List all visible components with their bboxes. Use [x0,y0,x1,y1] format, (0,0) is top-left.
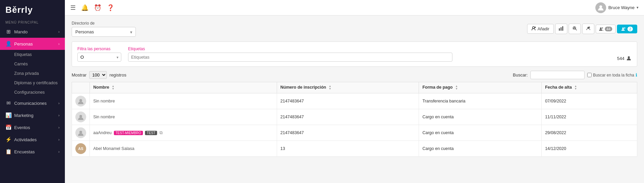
username: Bruce Wayne [608,5,635,10]
col-pago[interactable]: Forma de pago ▲▼ [419,82,542,93]
add-person-icon [531,26,536,32]
sidebar-item-marketing[interactable]: 📊 Marketing › [0,109,65,121]
add-button[interactable]: Añadir [527,24,554,34]
cell-inscripcion: 2147483647 [277,93,419,109]
sidebar-item-encuestas[interactable]: 📋 Encuestas › [0,146,65,158]
person-name-link[interactable]: Abel Monamel Salasa [93,146,134,151]
filter-tags-label: Etiquetas [128,47,452,51]
person-count-icon [626,55,631,62]
search-full-checkbox[interactable] [587,73,592,77]
cell-avatar [72,109,90,125]
clock-icon[interactable]: ⏰ [94,4,101,11]
search-input[interactable] [530,71,585,79]
info-icon: ℹ [636,72,637,78]
tag-test: TEST [145,131,157,135]
svg-rect-4 [562,26,563,31]
cell-nombre: aaAndreu TEST-MIEMBRO TEST ⧉ [90,125,277,141]
cell-alta: 11/11/2022 [542,109,637,125]
svg-point-13 [79,99,82,102]
cell-pago: Cargo en cuenta [419,141,542,157]
tags-input[interactable] [128,53,452,62]
avatar [595,2,606,13]
actividades-icon: ⚡ [5,136,11,143]
main-content: ☰ 🔔 ⏰ ❓ Bruce Wayne ▾ Directorio de Pers… [65,0,644,183]
filter-count: 544 [617,55,631,62]
show-label: Mostrar [72,72,86,78]
members-button[interactable]: 44 [596,25,616,33]
col-nombre[interactable]: Nombre ▲▼ [90,82,277,93]
sidebar-sub-etiquetas[interactable]: Etiquetas [0,50,65,59]
chevron-right-icon: › [58,126,59,129]
filter-group-personas: Filtra las personas O ▾ [77,47,121,62]
cell-alta: 29/08/2022 [542,125,637,141]
person-name-link[interactable]: aaAndreu [93,130,112,135]
marketing-icon: 📊 [5,112,11,118]
active-users-count: 2 [627,27,633,31]
svg-point-12 [628,56,630,58]
sidebar-sub-zona-privada[interactable]: Zona privada [0,69,65,78]
eventos-icon: 📅 [5,124,11,130]
help-icon[interactable]: ❓ [107,4,114,11]
import-button[interactable] [582,24,594,34]
sidebar-item-eventos[interactable]: 📅 Eventos › [0,121,65,133]
cell-inscripcion: 13 [277,141,419,157]
members-count: 44 [605,27,612,31]
search-people-button[interactable] [569,24,581,34]
cell-pago: Transferencia bancaria [419,93,542,109]
sidebar-item-mando[interactable]: ⊞ Mando › [0,26,65,38]
sort-pago-icon[interactable]: ▲▼ [455,85,458,90]
person-name-link[interactable]: Sin nombre [93,99,115,103]
sidebar: Běrrly MENÚ PRINCIPAL ⊞ Mando › 👤 Person… [0,0,65,183]
encuestas-icon: 📋 [5,149,11,155]
topbar: ☰ 🔔 ⏰ ❓ Bruce Wayne ▾ [65,0,644,16]
hamburger-icon[interactable]: ☰ [70,4,76,11]
table-row: AS Abel Monamel Salasa 13 Cargo en cuent… [72,141,637,157]
chart-button[interactable] [555,24,567,34]
col-alta[interactable]: Fecha de alta ▲▼ [542,82,637,93]
people-table: Nombre ▲▼ Número de inscripción ▲▼ Forma… [72,82,637,157]
filter-select-wrapper: O ▾ [77,53,121,62]
sidebar-item-label: Comunicaciones [14,101,47,106]
cell-pago: Cargo en cuenta [419,125,542,141]
sidebar-sub-diplomas[interactable]: Diplomas y certificados [0,78,65,88]
chevron-right-icon: › [58,101,59,105]
filter-row: Filtra las personas O ▾ Etiquetas 544 [77,47,631,62]
sort-alta-icon[interactable]: ▲▼ [574,85,577,90]
cell-nombre: Sin nombre [90,93,277,109]
svg-point-11 [622,27,624,29]
svg-rect-3 [561,27,562,31]
sidebar-item-label: Personas [14,41,33,47]
bell-icon[interactable]: 🔔 [81,4,89,11]
filter-select[interactable]: O [77,53,121,62]
sidebar-item-actividades[interactable]: ⚡ Actividades › [0,133,65,146]
sidebar-item-label: Encuestas [14,149,35,154]
cell-avatar [72,93,90,109]
cell-avatar: AS [72,141,90,157]
user-menu[interactable]: Bruce Wayne ▾ [595,2,639,13]
sidebar-section-label: MENÚ PRINCIPAL [0,19,65,26]
search-full-record-label[interactable]: Buscar en toda la ficha ℹ [587,72,637,78]
records-per-page-select[interactable]: 100 50 25 [89,71,107,79]
sidebar-sub-configuraciones[interactable]: Configuraciones [0,88,65,97]
filter-personas-label: Filtra las personas [77,47,121,51]
table-row: Sin nombre 2147483647 Cargo en cuenta 11… [72,109,637,125]
sidebar-sub-carnes[interactable]: Carnés [0,59,65,69]
sidebar-item-comunicaciones[interactable]: ✉ Comunicaciones › [0,97,65,109]
person-avatar-photo: AS [75,143,86,154]
copy-icon[interactable]: ⧉ [159,130,163,135]
directory-row: Directorio de Personas ▾ [72,21,637,37]
sidebar-item-label: Marketing [14,113,33,118]
table-row: Sin nombre 2147483647 Transferencia banc… [72,93,637,109]
col-inscripcion[interactable]: Número de inscripción ▲▼ [277,82,419,93]
chevron-right-icon: › [58,138,59,142]
person-name-link[interactable]: Sin nombre [93,115,115,119]
sidebar-item-personas[interactable]: 👤 Personas › [0,38,65,50]
active-users-button[interactable]: 2 [617,25,637,33]
app-logo: Běrrly [0,0,65,19]
sidebar-item-label: Mando [14,29,28,34]
sort-nombre-icon[interactable]: ▲▼ [112,85,115,90]
chevron-right-icon: › [58,30,59,34]
cell-avatar [72,125,90,141]
sort-inscripcion-icon[interactable]: ▲▼ [329,85,331,90]
directory-select[interactable]: Personas [72,27,136,37]
